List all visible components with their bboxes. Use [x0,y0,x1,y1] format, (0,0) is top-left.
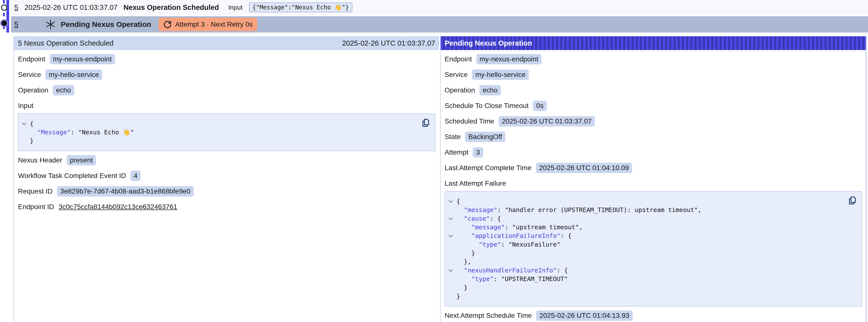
detail-field-row: Request ID 3e829b7e-7d67-4b08-aad3-b1e86… [18,184,435,199]
field-value: 0s [533,101,547,111]
json-line: "cause": { [445,214,861,223]
detail-field-row: Next Attempt Schedule Time 2025-02-26 UT… [444,308,862,322]
detail-field-row: Service my-hello-service [18,67,435,82]
field-label: Scheduled Time [444,117,494,125]
field-value: my-hello-service [45,69,102,80]
event-history-rows: 5 2025-02-26 UTC 01:03:37.07 Nexus Opera… [11,0,868,33]
field-value: 3e829b7e-7d67-4b08-aad3-b1e868bfe9e0 [57,186,194,196]
copy-button[interactable] [847,195,857,205]
input-json-viewer: { "Message": "Nexus Echo 👋"} [18,114,435,151]
event-id-link[interactable]: 5 [14,3,18,11]
event-input-chip[interactable]: {"Message":"Nexus Echo 👋"} [249,2,352,12]
field-label: Workflow Task Completed Event ID [18,172,126,180]
json-line-text: "message": "upstream timeout", [457,224,583,231]
json-line-text: } [30,137,34,144]
field-label: Endpoint [18,55,45,63]
pending-operation-fields: Endpoint my-nexus-endpoint Service my-he… [441,50,866,175]
detail-field-row: Service my-hello-service [444,67,862,82]
timeline-active-bar [6,0,9,33]
event-id-link[interactable]: 5 [14,21,18,29]
detail-field-row: Operation echo [18,82,435,98]
json-line: } [445,249,861,257]
field-value: 2025-02-26 UTC 01:04:13.93 [536,311,632,321]
input-section-label: Input [14,98,439,114]
collapse-chevron-icon[interactable] [445,217,457,220]
json-line: } [445,292,861,300]
event-row-scheduled[interactable]: 5 2025-02-26 UTC 01:03:37.07 Nexus Opera… [11,0,868,15]
event-title: Nexus Operation Scheduled [123,3,219,11]
json-line: "type": "UPSTREAM_TIMEOUT" [445,275,861,283]
json-line-text: "nexusHandlerFailureInfo": { [457,267,568,274]
json-line-text: } [457,293,460,300]
event-detail-title: 5 Nexus Operation Scheduled [18,39,114,47]
detail-field-row: Endpoint my-nexus-endpoint [18,51,435,67]
detail-field-row: Operation echo [444,82,862,98]
collapse-chevron-icon[interactable] [445,269,457,272]
field-value: my-nexus-endpoint [50,54,115,64]
json-line: "applicationFailureInfo": { [445,231,861,240]
field-label: Service [18,71,41,79]
detail-field-row: Endpoint my-nexus-endpoint [444,51,862,67]
json-line: { [445,197,861,205]
event-marker-selected-icon[interactable] [1,21,7,26]
detail-field-row: State BackingOff [444,129,862,144]
field-label: Attempt [444,149,468,156]
json-line-text: } [457,284,468,291]
json-line-text: "type": "NexusFailure" [457,241,560,248]
field-value: echo [479,85,501,95]
json-line-text: "type": "UPSTREAM_TIMEOUT" [457,276,568,283]
pending-operation-footer-fields: Next Attempt Schedule Time 2025-02-26 UT… [441,307,866,322]
detail-field-row: Schedule To Close Timeout 0s [444,98,862,114]
timeline-rail [0,0,12,33]
pending-operation-title: Pending Nexus Operation [444,39,532,47]
event-detail-header: 5 Nexus Operation Scheduled 2025-02-26 U… [14,36,439,50]
field-label: Schedule To Close Timeout [444,102,528,110]
detail-field-row: Attempt 3 [444,144,862,160]
event-detail-timestamp: 2025-02-26 UTC 01:03:37.07 [342,39,435,47]
field-value: 2025-02-26 UTC 01:03:37.07 [499,116,595,127]
field-label: Endpoint ID [18,203,54,211]
field-value: BackingOff [465,132,505,142]
copy-button[interactable] [421,118,430,128]
json-line: "nexusHandlerFailureInfo": { [445,266,861,275]
event-detail-fields-bottom: Nexus Header present Workflow Task Compl… [14,151,439,215]
json-line-text: "message": "handler error (UPSTREAM_TIME… [457,206,702,214]
detail-field-row: Nexus Header present [18,152,435,168]
detail-field-row: Workflow Task Completed Event ID 4 [18,168,435,184]
retry-attempt-badge: Attempt 3 · Next Retry 0s [159,18,257,31]
event-row-pending[interactable]: 5 Pending Nexus Operation Attempt 3 · Ne… [11,16,868,33]
detail-field-row: Endpoint ID 3c0c75ccfa8144b092c13ce63246… [18,199,435,215]
field-value-link[interactable]: 3c0c75ccfa8144b092c13ce632463761 [59,203,177,211]
field-label: Next Attempt Schedule Time [444,312,532,320]
failure-section-label: Last Attempt Failure [441,175,866,191]
pending-operation-header: Pending Nexus Operation [441,36,866,50]
copy-icon [847,195,857,205]
json-line-text: { [30,120,34,127]
json-line-text: }, [457,258,471,265]
event-marker-open-icon[interactable] [1,4,7,11]
event-timestamp: 2025-02-26 UTC 01:03:37.07 [24,3,118,11]
json-line: { [19,119,435,128]
json-line: "message": "handler error (UPSTREAM_TIME… [445,205,861,214]
retry-badge-label: Attempt 3 · Next Retry 0s [175,21,253,28]
field-value: my-hello-service [472,69,529,80]
event-detail-panel: 5 Nexus Operation Scheduled 2025-02-26 U… [13,36,439,322]
json-line-text: "applicationFailureInfo": { [457,232,572,239]
field-label: Last Attempt Complete Time [444,164,531,172]
field-label: Endpoint [444,55,472,63]
json-line-text: "Message": "Nexus Echo 👋" [30,129,134,136]
field-label: Nexus Header [18,156,62,164]
detail-panels: 5 Nexus Operation Scheduled 2025-02-26 U… [13,36,867,322]
json-line: "type": "NexusFailure" [445,240,861,249]
json-line-text: "cause": { [457,215,501,222]
event-title: Pending Nexus Operation [61,20,151,29]
field-label: Operation [18,86,49,94]
collapse-chevron-icon[interactable] [445,200,457,203]
json-line: } [19,137,435,145]
json-line: "Message": "Nexus Echo 👋" [19,128,435,137]
collapse-chevron-icon[interactable] [445,234,457,237]
event-detail-fields-top: Endpoint my-nexus-endpoint Service my-he… [14,50,439,98]
collapse-chevron-icon[interactable] [19,122,30,125]
field-value: present [67,155,96,165]
field-value: 2025-02-26 UTC 01:04:10.09 [536,163,632,173]
